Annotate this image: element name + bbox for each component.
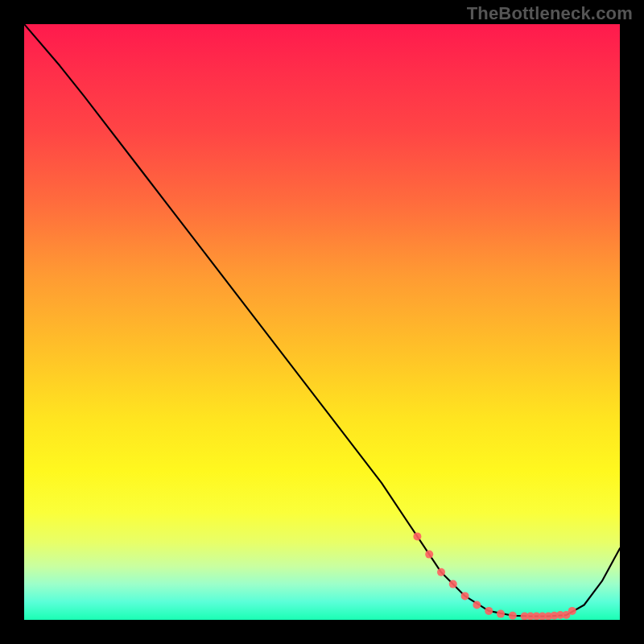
highlight-dots bbox=[413, 532, 576, 620]
highlight-dot bbox=[413, 532, 421, 540]
highlight-dot bbox=[497, 610, 505, 618]
chart-frame: TheBottleneck.com bbox=[0, 0, 644, 644]
bottleneck-curve bbox=[24, 24, 620, 617]
highlight-dot bbox=[449, 580, 457, 588]
highlight-dot bbox=[461, 592, 469, 600]
highlight-dot bbox=[437, 568, 445, 576]
highlight-dot bbox=[473, 601, 481, 609]
curve-svg bbox=[24, 24, 620, 620]
highlight-dot bbox=[485, 607, 493, 615]
highlight-dot bbox=[425, 551, 433, 559]
plot-area bbox=[24, 24, 620, 620]
watermark-text: TheBottleneck.com bbox=[467, 3, 633, 24]
highlight-dot bbox=[509, 612, 517, 620]
highlight-dot bbox=[568, 607, 576, 615]
